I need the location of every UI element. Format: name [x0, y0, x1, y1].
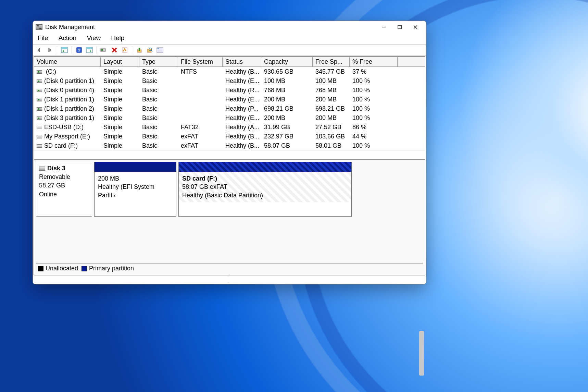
volume-list: (C:)SimpleBasicNTFSHealthy (B...930.65 G… [34, 67, 425, 150]
disk-settings-button[interactable] [100, 46, 109, 54]
toolbar: ? [33, 45, 426, 56]
partition-area: 200 MBHealthy (EFI System Partiti‹SD car… [92, 162, 423, 217]
disk-size: 58.27 GB [39, 182, 65, 189]
statusbar-cell [34, 276, 229, 283]
disk-icon [39, 167, 45, 171]
svg-text:?: ? [78, 48, 80, 53]
statusbar [34, 275, 425, 283]
list-button[interactable] [155, 46, 164, 54]
search-button[interactable] [145, 46, 154, 54]
scrollbar[interactable] [419, 331, 424, 376]
partition-size: 58.07 GB exFAT [182, 183, 348, 191]
desktop-wallpaper: Disk Management File Action View Help ? [0, 0, 588, 392]
volume-row[interactable]: (Disk 0 partition 4)SimpleBasicHealthy (… [34, 86, 425, 95]
disk-state: Online [39, 191, 57, 198]
window-title: Disk Management [45, 24, 95, 31]
menu-file[interactable]: File [36, 34, 50, 42]
volume-icon [37, 79, 42, 83]
legend-unallocated-swatch [38, 266, 43, 271]
disk-name: Disk 3 [47, 165, 65, 172]
app-icon [36, 24, 42, 30]
help-button[interactable]: ? [75, 46, 84, 54]
svg-rect-23 [158, 48, 159, 49]
partition-size: 200 MB [98, 174, 173, 183]
content-area: Volume Layout Type File System Status Ca… [34, 56, 425, 275]
volume-icon [37, 144, 42, 148]
partition[interactable]: 200 MBHealthy (EFI System Partiti‹ [94, 162, 176, 217]
col-status[interactable]: Status [223, 57, 261, 66]
delete-button[interactable] [110, 46, 119, 54]
menubar: File Action View Help [33, 33, 426, 45]
legend: Unallocated Primary partition [36, 263, 423, 273]
show-hide-action-pane-button[interactable] [85, 46, 94, 54]
disk-graphic-pane: Disk 3 Removable 58.27 GB Online 200 MBH… [34, 159, 425, 275]
upload-button[interactable] [135, 46, 144, 54]
menu-help[interactable]: Help [110, 34, 126, 42]
disk-row[interactable]: Disk 3 Removable 58.27 GB Online 200 MBH… [36, 162, 423, 217]
volume-row[interactable]: (Disk 1 partition 1)SimpleBasicHealthy (… [34, 95, 425, 104]
properties-button[interactable] [120, 46, 129, 54]
col-pctfree[interactable]: % Free [350, 57, 398, 66]
svg-rect-13 [101, 49, 103, 51]
svg-rect-5 [61, 47, 67, 49]
col-type[interactable]: Type [139, 57, 178, 66]
volume-icon [37, 126, 42, 129]
svg-rect-10 [86, 47, 92, 49]
volume-row[interactable]: My Passport (E:)SimpleBasicexFATHealthy … [34, 132, 425, 141]
volume-row[interactable]: SD card (F:)SimpleBasicexFATHealthy (B..… [34, 141, 425, 150]
partition-name: SD card (F:) [182, 174, 348, 183]
menu-action[interactable]: Action [57, 34, 78, 42]
volume-icon [37, 70, 42, 74]
col-capacity[interactable]: Capacity [261, 57, 313, 66]
legend-primary-label: Primary partition [89, 265, 134, 272]
titlebar[interactable]: Disk Management [33, 21, 426, 33]
volume-icon [37, 89, 42, 92]
volume-row[interactable]: ESD-USB (D:)SimpleBasicFAT32Healthy (A..… [34, 123, 425, 132]
volume-row[interactable]: (Disk 0 partition 1)SimpleBasicHealthy (… [34, 76, 425, 86]
col-volume[interactable]: Volume [34, 57, 101, 66]
legend-unallocated-label: Unallocated [46, 265, 78, 272]
volume-icon [37, 135, 42, 138]
partition-status: Healthy (Basic Data Partition) [182, 191, 348, 199]
partition[interactable]: SD card (F:)58.07 GB exFATHealthy (Basic… [178, 162, 352, 217]
statusbar-cell [230, 276, 425, 283]
col-freespace[interactable]: Free Sp... [313, 57, 350, 66]
volume-list-header: Volume Layout Type File System Status Ca… [34, 57, 425, 67]
volume-row[interactable]: (C:)SimpleBasicNTFSHealthy (B...930.65 G… [34, 67, 425, 76]
partition-header [179, 162, 351, 172]
disk-label[interactable]: Disk 3 Removable 58.27 GB Online [36, 162, 92, 217]
volume-icon [37, 117, 42, 120]
show-hide-console-tree-button[interactable] [60, 46, 69, 54]
col-layout[interactable]: Layout [101, 57, 139, 66]
volume-row[interactable]: (Disk 1 partition 2)SimpleBasicHealthy (… [34, 104, 425, 113]
legend-primary-swatch [82, 266, 87, 271]
minimize-button[interactable] [376, 22, 392, 32]
maximize-button[interactable] [392, 22, 408, 32]
back-button[interactable] [35, 46, 44, 54]
volume-row[interactable]: (Disk 3 partition 1)SimpleBasicHealthy (… [34, 113, 425, 123]
partition-header [95, 162, 176, 172]
svg-rect-1 [398, 25, 401, 29]
col-filesystem[interactable]: File System [178, 57, 223, 66]
forward-button[interactable] [45, 46, 54, 54]
disk-management-window: Disk Management File Action View Help ? [33, 21, 426, 284]
menu-view[interactable]: View [85, 34, 102, 42]
close-button[interactable] [408, 22, 423, 32]
volume-icon [37, 107, 42, 111]
volume-icon [37, 98, 42, 101]
disk-media: Removable [39, 173, 70, 180]
partition-status: Healthy (EFI System Partiti‹ [98, 183, 173, 199]
